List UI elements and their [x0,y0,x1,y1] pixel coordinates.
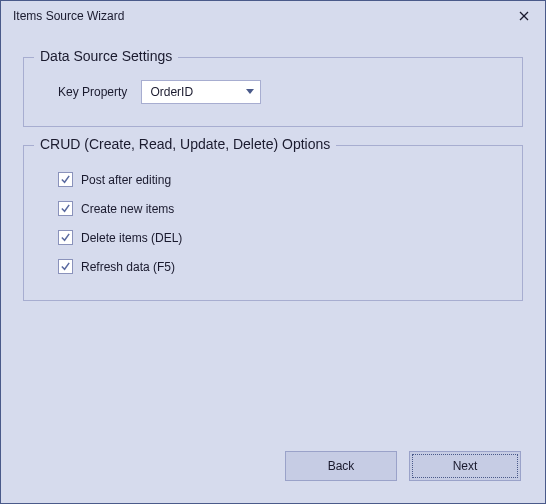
crud-options-list: Post after editing Create new items Dele… [42,168,504,278]
content-area: Data Source Settings Key Property OrderI… [1,31,545,503]
chevron-down-icon [246,89,254,95]
checkbox-delete-items[interactable] [58,230,73,245]
spacer [23,301,523,451]
window-title: Items Source Wizard [13,9,511,23]
key-property-combo[interactable]: OrderID [141,80,261,104]
back-button[interactable]: Back [285,451,397,481]
svg-marker-2 [246,89,254,94]
option-create-new-items: Create new items [58,201,504,216]
checkbox-create-new-items[interactable] [58,201,73,216]
option-refresh-data: Refresh data (F5) [58,259,504,274]
crud-group: CRUD (Create, Read, Update, Delete) Opti… [23,145,523,301]
key-property-value: OrderID [150,85,193,99]
check-icon [60,232,71,243]
button-row: Back Next [23,451,523,487]
titlebar: Items Source Wizard [1,1,545,31]
next-button[interactable]: Next [409,451,521,481]
option-label: Delete items (DEL) [81,231,182,245]
data-source-group: Data Source Settings Key Property OrderI… [23,57,523,127]
option-post-after-editing: Post after editing [58,172,504,187]
checkbox-post-after-editing[interactable] [58,172,73,187]
key-property-row: Key Property OrderID [42,80,504,104]
option-delete-items: Delete items (DEL) [58,230,504,245]
key-property-label: Key Property [58,85,127,99]
check-icon [60,203,71,214]
option-label: Refresh data (F5) [81,260,175,274]
crud-legend: CRUD (Create, Read, Update, Delete) Opti… [34,136,336,152]
check-icon [60,174,71,185]
data-source-legend: Data Source Settings [34,48,178,64]
wizard-window: Items Source Wizard Data Source Settings… [0,0,546,504]
close-button[interactable] [511,5,537,27]
check-icon [60,261,71,272]
checkbox-refresh-data[interactable] [58,259,73,274]
close-icon [519,11,529,21]
option-label: Create new items [81,202,174,216]
option-label: Post after editing [81,173,171,187]
